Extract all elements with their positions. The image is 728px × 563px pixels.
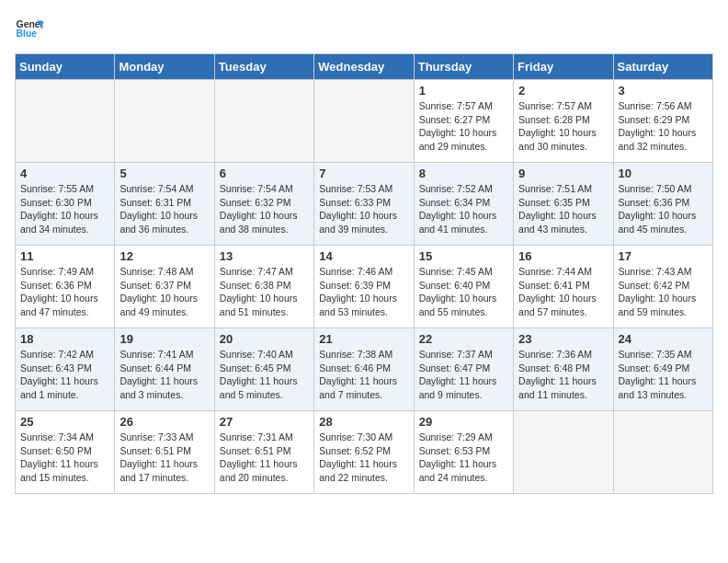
weekday-header: Monday [115,54,214,80]
day-info: Sunrise: 7:36 AM Sunset: 6:48 PM Dayligh… [518,348,608,402]
day-number: 21 [319,332,408,346]
calendar-cell: 1Sunrise: 7:57 AM Sunset: 6:27 PM Daylig… [414,80,513,163]
calendar-cell: 9Sunrise: 7:51 AM Sunset: 6:35 PM Daylig… [514,163,613,246]
calendar-cell: 12Sunrise: 7:48 AM Sunset: 6:37 PM Dayli… [115,246,214,328]
day-number: 2 [518,84,608,98]
day-number: 1 [419,84,508,98]
day-number: 29 [419,415,508,429]
day-number: 10 [619,167,708,180]
day-info: Sunrise: 7:57 AM Sunset: 6:27 PM Dayligh… [419,99,508,154]
day-info: Sunrise: 7:53 AM Sunset: 6:33 PM Dayligh… [319,182,408,236]
day-number: 11 [20,249,109,263]
calendar-cell: 13Sunrise: 7:47 AM Sunset: 6:38 PM Dayli… [214,246,313,328]
day-info: Sunrise: 7:37 AM Sunset: 6:47 PM Dayligh… [419,348,508,402]
calendar-week-row: 25Sunrise: 7:34 AM Sunset: 6:50 PM Dayli… [16,411,713,494]
day-info: Sunrise: 7:44 AM Sunset: 6:41 PM Dayligh… [518,265,608,319]
calendar-cell: 21Sunrise: 7:38 AM Sunset: 6:46 PM Dayli… [314,328,414,411]
weekday-header: Friday [514,54,613,80]
logo-icon: General Blue [15,15,44,44]
calendar-cell: 18Sunrise: 7:42 AM Sunset: 6:43 PM Dayli… [16,328,115,411]
calendar-cell: 16Sunrise: 7:44 AM Sunset: 6:41 PM Dayli… [514,246,613,328]
calendar-cell [613,411,712,494]
weekday-header: Saturday [613,54,712,80]
day-number: 5 [119,167,209,180]
day-number: 25 [20,415,109,429]
day-info: Sunrise: 7:43 AM Sunset: 6:42 PM Dayligh… [619,265,708,319]
day-number: 19 [119,332,209,346]
day-number: 12 [119,249,209,263]
calendar-cell: 24Sunrise: 7:35 AM Sunset: 6:49 PM Dayli… [613,328,712,411]
day-number: 22 [419,332,508,346]
calendar-cell [16,80,115,163]
day-info: Sunrise: 7:29 AM Sunset: 6:53 PM Dayligh… [419,431,508,485]
day-number: 4 [20,167,109,180]
day-info: Sunrise: 7:31 AM Sunset: 6:51 PM Dayligh… [220,431,309,485]
day-number: 17 [619,249,708,263]
day-number: 7 [319,167,408,180]
day-info: Sunrise: 7:48 AM Sunset: 6:37 PM Dayligh… [119,265,209,319]
calendar-week-row: 1Sunrise: 7:57 AM Sunset: 6:27 PM Daylig… [16,80,713,163]
logo: General Blue [15,15,48,44]
day-number: 27 [220,415,309,429]
day-info: Sunrise: 7:45 AM Sunset: 6:40 PM Dayligh… [419,265,508,319]
calendar-cell: 6Sunrise: 7:54 AM Sunset: 6:32 PM Daylig… [214,163,313,246]
calendar-cell [214,80,313,163]
day-number: 23 [518,332,608,346]
calendar-cell [115,80,214,163]
calendar-cell: 22Sunrise: 7:37 AM Sunset: 6:47 PM Dayli… [414,328,513,411]
day-info: Sunrise: 7:34 AM Sunset: 6:50 PM Dayligh… [20,431,109,485]
svg-text:Blue: Blue [17,29,38,39]
day-number: 26 [119,415,209,429]
weekday-header: Thursday [414,54,513,80]
day-info: Sunrise: 7:47 AM Sunset: 6:38 PM Dayligh… [220,265,309,319]
day-number: 28 [319,415,408,429]
weekday-header: Sunday [16,54,115,80]
day-info: Sunrise: 7:54 AM Sunset: 6:32 PM Dayligh… [220,182,309,236]
day-info: Sunrise: 7:46 AM Sunset: 6:39 PM Dayligh… [319,265,408,319]
calendar-cell: 25Sunrise: 7:34 AM Sunset: 6:50 PM Dayli… [16,411,115,494]
day-number: 14 [319,249,408,263]
calendar-cell: 5Sunrise: 7:54 AM Sunset: 6:31 PM Daylig… [115,163,214,246]
day-info: Sunrise: 7:57 AM Sunset: 6:28 PM Dayligh… [518,99,608,154]
calendar-cell: 8Sunrise: 7:52 AM Sunset: 6:34 PM Daylig… [414,163,513,246]
calendar-cell: 10Sunrise: 7:50 AM Sunset: 6:36 PM Dayli… [613,163,712,246]
day-info: Sunrise: 7:40 AM Sunset: 6:45 PM Dayligh… [220,348,309,402]
calendar-table: SundayMondayTuesdayWednesdayThursdayFrid… [15,53,713,494]
calendar-cell: 7Sunrise: 7:53 AM Sunset: 6:33 PM Daylig… [314,163,414,246]
page-header: General Blue [15,15,713,44]
calendar-cell: 29Sunrise: 7:29 AM Sunset: 6:53 PM Dayli… [414,411,513,494]
day-info: Sunrise: 7:49 AM Sunset: 6:36 PM Dayligh… [20,265,109,319]
day-number: 18 [20,332,109,346]
calendar-cell: 27Sunrise: 7:31 AM Sunset: 6:51 PM Dayli… [214,411,313,494]
calendar-week-row: 4Sunrise: 7:55 AM Sunset: 6:30 PM Daylig… [16,163,713,246]
day-number: 13 [220,249,309,263]
day-number: 9 [518,167,608,180]
calendar-cell: 19Sunrise: 7:41 AM Sunset: 6:44 PM Dayli… [115,328,214,411]
day-number: 24 [619,332,708,346]
calendar-cell: 17Sunrise: 7:43 AM Sunset: 6:42 PM Dayli… [613,246,712,328]
calendar-cell: 14Sunrise: 7:46 AM Sunset: 6:39 PM Dayli… [314,246,414,328]
day-info: Sunrise: 7:55 AM Sunset: 6:30 PM Dayligh… [20,182,109,236]
calendar-week-row: 11Sunrise: 7:49 AM Sunset: 6:36 PM Dayli… [16,246,713,328]
calendar-cell: 28Sunrise: 7:30 AM Sunset: 6:52 PM Dayli… [314,411,414,494]
day-number: 16 [518,249,608,263]
day-info: Sunrise: 7:41 AM Sunset: 6:44 PM Dayligh… [119,348,209,402]
calendar-cell: 11Sunrise: 7:49 AM Sunset: 6:36 PM Dayli… [16,246,115,328]
weekday-header: Wednesday [314,54,414,80]
day-info: Sunrise: 7:38 AM Sunset: 6:46 PM Dayligh… [319,348,408,402]
day-info: Sunrise: 7:35 AM Sunset: 6:49 PM Dayligh… [619,348,708,402]
day-number: 8 [419,167,508,180]
calendar-week-row: 18Sunrise: 7:42 AM Sunset: 6:43 PM Dayli… [16,328,713,411]
calendar-cell: 2Sunrise: 7:57 AM Sunset: 6:28 PM Daylig… [514,80,613,163]
weekday-header: Tuesday [214,54,313,80]
day-number: 20 [220,332,309,346]
day-info: Sunrise: 7:54 AM Sunset: 6:31 PM Dayligh… [119,182,209,236]
calendar-cell: 23Sunrise: 7:36 AM Sunset: 6:48 PM Dayli… [514,328,613,411]
day-info: Sunrise: 7:30 AM Sunset: 6:52 PM Dayligh… [319,431,408,485]
day-info: Sunrise: 7:52 AM Sunset: 6:34 PM Dayligh… [419,182,508,236]
day-number: 3 [619,84,708,98]
calendar-cell: 26Sunrise: 7:33 AM Sunset: 6:51 PM Dayli… [115,411,214,494]
calendar-cell [314,80,414,163]
day-info: Sunrise: 7:42 AM Sunset: 6:43 PM Dayligh… [20,348,109,402]
calendar-cell: 3Sunrise: 7:56 AM Sunset: 6:29 PM Daylig… [613,80,712,163]
